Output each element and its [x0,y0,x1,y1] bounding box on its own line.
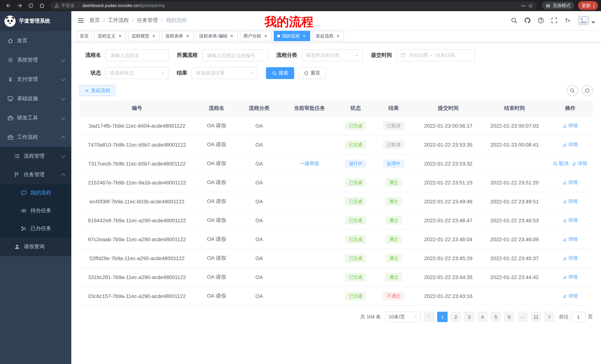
current-task [280,249,339,268]
breadcrumb-item[interactable]: 工作流程 [108,17,129,24]
browser-update-button[interactable]: 更新 [578,1,598,10]
tab-label: 首页 [80,33,89,39]
page-button-2[interactable]: 2 [451,312,461,322]
address-bar[interactable]: 不安全 dashboard.yudao.iocoder.cn/bpm/task/… [50,1,537,10]
process-category: OA [239,287,280,306]
case-icon [7,134,13,140]
sidebar-item-todo-task[interactable]: 待办任务 [0,202,71,220]
detail-button[interactable]: 详情 [572,160,587,167]
page-button-5[interactable]: 5 [491,312,501,322]
search-button[interactable]: 搜索 [266,67,294,79]
security-label: 不安全 [61,2,75,9]
process-name-input[interactable] [105,49,169,61]
header-search-icon[interactable] [511,17,517,24]
tab-process-definition[interactable]: 流程定义× [94,31,126,41]
current-task [280,211,339,230]
tab-process-form-edit[interactable]: 流程表单-编辑× [196,31,238,41]
cancel-button[interactable]: 取消 [553,160,568,167]
app-logo[interactable]: 芋道管理系统 [0,11,71,31]
close-icon[interactable]: × [229,33,234,38]
tab-process-model[interactable]: 流程模型× [128,31,160,41]
status-tag: 已完成 [345,254,366,262]
detail-button[interactable]: 详情 [562,198,578,205]
user-avatar[interactable] [578,14,595,26]
detail-button[interactable]: 详情 [562,123,578,129]
detail-button[interactable]: 详情 [562,236,578,243]
sidebar-item-dev-tools[interactable]: 研发工具 [0,108,71,128]
result-select[interactable]: 请选择流结果 [192,67,258,79]
browser-home-icon[interactable] [39,3,45,9]
github-icon[interactable] [524,17,531,24]
sidebar-item-payment[interactable]: 支付管理 [0,70,71,89]
detail-button[interactable]: 详情 [562,179,578,186]
tab-process-form[interactable]: 流程表单× [162,31,193,41]
tab-label: 流程模型 [131,33,149,39]
browser-forward-icon[interactable] [17,3,23,9]
close-icon[interactable]: × [263,33,268,38]
column-header: 流程分类 [239,101,280,116]
fullscreen-icon[interactable] [551,17,558,24]
sidebar-item-leave-query[interactable]: 请假查询 [0,238,71,256]
toggle-search-button[interactable] [567,85,578,96]
page-size-select[interactable]: 10条/页 [385,312,421,322]
breadcrumb-item[interactable]: 首页 [90,17,100,24]
submit-time-range-picker[interactable]: 开始日期 - 结束日期 [396,49,475,61]
close-icon[interactable]: × [335,33,341,38]
pagination-more[interactable]: ··· [517,312,528,322]
table-row: 7470a810-7b9b-11ec-b5b7-acde48001122OA 请… [80,135,593,154]
sidebar-item-process-mgmt[interactable]: 流程管理 [0,147,71,165]
detail-button[interactable]: 详情 [562,255,578,262]
password-manager-icon[interactable] [521,3,526,8]
close-icon[interactable]: × [302,33,307,38]
sidebar-item-system[interactable]: 系统管理 [0,50,71,70]
goto-page-input[interactable] [571,312,586,322]
detail-button[interactable]: 详情 [562,141,578,148]
tab-start-process[interactable]: 发起流程× [312,31,344,41]
column-header: 编号 [80,101,194,116]
sidebar-item-home[interactable]: 首页 [0,31,71,50]
font-size-icon[interactable] [564,17,571,24]
cancel-icon [553,161,558,166]
sidebar-menu: 首页系统管理支付管理基础设施研发工具工作流程流程管理任务管理我的流程待办任务已办… [0,31,71,256]
close-icon[interactable]: × [185,33,190,38]
start-process-button[interactable]: 发起流程 [80,85,115,96]
page-button-3[interactable]: 3 [464,312,474,322]
process-name: OA 请假 [194,192,239,211]
detail-button[interactable]: 详情 [562,217,578,224]
close-icon[interactable]: × [151,33,156,38]
page-button-6[interactable]: 6 [504,312,514,322]
sidebar-item-done-task[interactable]: 已办任务 [0,220,71,238]
tab-home[interactable]: 首页 [77,31,92,41]
page-button-1[interactable]: 1 [437,312,448,322]
page-button-11[interactable]: 11 [531,312,541,322]
sidebar-item-my-process[interactable]: 我的流程 [0,184,71,202]
result-tag: 已取消 [383,141,404,149]
end-time: 2022-01-22 23:46:09 [481,230,548,249]
browser-menu-icon[interactable] [591,3,597,8]
sidebar-item-task-mgmt[interactable]: 任务管理 [0,165,71,184]
prev-page-button[interactable] [424,312,434,322]
close-icon[interactable]: × [117,33,123,38]
hamburger-icon[interactable] [77,17,84,24]
detail-button[interactable]: 详情 [562,293,578,299]
help-icon[interactable] [538,17,544,24]
browser-reload-icon[interactable] [28,3,34,9]
breadcrumb-item[interactable]: 任务管理 [137,17,158,24]
detail-button[interactable]: 详情 [562,274,578,280]
sidebar-item-infrastructure[interactable]: 基础设施 [0,89,71,108]
current-task-link[interactable]: 一级审批 [300,160,319,167]
status-select[interactable]: 请选择状态 [105,67,169,79]
tab-my-process[interactable]: 我的流程× [274,31,310,41]
sidebar-item-workflow[interactable]: 工作流程 [0,128,71,147]
home-icon [7,38,13,44]
tab-user-group[interactable]: 用户分组× [240,31,271,41]
browser-back-icon[interactable] [6,3,11,9]
page-button-4[interactable]: 4 [477,312,488,322]
process-definition-input[interactable] [202,49,268,61]
process-category-select[interactable]: 请选择流程分类 [302,49,363,61]
refresh-table-button[interactable] [582,85,593,96]
reset-button[interactable]: 重置 [298,67,326,79]
bookmark-star-icon[interactable] [528,3,533,8]
next-page-button[interactable] [544,312,555,322]
row-actions: 详情 [548,249,593,268]
